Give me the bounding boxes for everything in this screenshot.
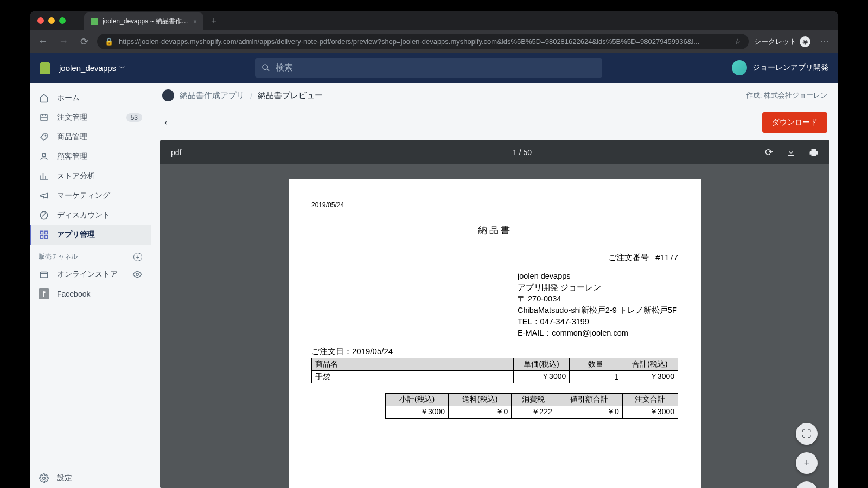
- totals-table: 小計(税込) 送料(税込) 消費税 値引額合計 注文合計 ￥3000 ￥0 ￥2: [385, 393, 678, 419]
- zoom-out-button[interactable]: −: [796, 481, 818, 488]
- window-controls: [30, 11, 73, 30]
- store-icon: [39, 269, 49, 280]
- sidebar-channel-online-store[interactable]: オンラインストア: [30, 265, 151, 284]
- tab-title: joolen_devapps ~ 納品書作成ア: [103, 17, 189, 26]
- download-button[interactable]: ダウンロード: [762, 112, 827, 133]
- sidebar-item-customers[interactable]: 顧客管理: [30, 147, 151, 166]
- main-content: 納品書作成アプリ / 納品書プレビュー 作成: 株式会社ジョーレン ← ダウンロ…: [151, 83, 838, 488]
- incognito-icon: ◉: [800, 36, 810, 47]
- close-tab-icon[interactable]: ×: [193, 18, 197, 25]
- browser-window: joolen_devapps ~ 納品書作成ア × + ← → ⟳ 🔒 http…: [30, 11, 838, 488]
- orders-icon: [39, 112, 49, 123]
- svg-rect-10: [40, 272, 48, 278]
- svg-point-3: [45, 135, 46, 136]
- svg-point-0: [263, 65, 267, 69]
- order-date: ご注文日：2019/05/24: [311, 346, 678, 357]
- orders-badge: 53: [126, 113, 142, 122]
- store-switcher[interactable]: joolen_devapps ﹀: [59, 63, 125, 73]
- sidebar-item-apps[interactable]: アプリ管理: [30, 225, 151, 245]
- home-icon: [39, 93, 49, 104]
- svg-point-4: [42, 153, 46, 157]
- url-text: https://joolen-devapps.myshopify.com/adm…: [119, 37, 729, 46]
- breadcrumb: 納品書作成アプリ / 納品書プレビュー 作成: 株式会社ジョーレン: [151, 83, 838, 108]
- sidebar-item-marketing[interactable]: マーケティング: [30, 186, 151, 206]
- new-tab-button[interactable]: +: [206, 14, 222, 29]
- search-placeholder: 検索: [276, 62, 293, 74]
- doc-order-number: ご注文番号 #1177: [311, 253, 678, 263]
- svg-rect-7: [45, 231, 48, 234]
- bookmark-icon[interactable]: ☆: [735, 37, 741, 46]
- tag-icon: [39, 132, 49, 143]
- channels-header: 販売チャネル +: [30, 245, 151, 265]
- pdf-title: pdf: [171, 148, 279, 157]
- avatar-icon: [732, 60, 747, 75]
- pdf-canvas[interactable]: 2019/05/24 納品書 ご注文番号 #1177 joolen devapp…: [160, 164, 829, 488]
- address-bar: ← → ⟳ 🔒 https://joolen-devapps.myshopify…: [30, 30, 838, 53]
- browser-menu-icon[interactable]: ⋮: [816, 37, 833, 46]
- search-input[interactable]: 検索: [255, 58, 602, 78]
- pdf-zoom-controls: ⛶ + −: [796, 423, 818, 487]
- sidebar-settings[interactable]: 設定: [30, 468, 151, 488]
- app-icon: [162, 89, 174, 101]
- megaphone-icon: [39, 190, 49, 201]
- svg-rect-6: [40, 231, 43, 234]
- print-icon[interactable]: [809, 147, 819, 157]
- doc-date-top: 2019/05/24: [311, 201, 678, 209]
- search-icon: [261, 63, 270, 72]
- sidebar-item-home[interactable]: ホーム: [30, 88, 151, 108]
- close-window-icon[interactable]: [37, 17, 44, 24]
- add-channel-button[interactable]: +: [133, 253, 142, 261]
- svg-rect-8: [40, 236, 43, 239]
- company-block: joolen devapps アプリ開発 ジョーレン 〒 270-0034 Ch…: [518, 271, 678, 339]
- table-row: 手袋 ￥3000 1 ￥3000: [312, 371, 678, 383]
- pdf-viewer: pdf 1 / 50 ⟳ 2019/05/24 納品書: [160, 140, 829, 488]
- browser-tab[interactable]: joolen_devapps ~ 納品書作成ア ×: [84, 12, 203, 30]
- download-icon[interactable]: [786, 147, 796, 157]
- svg-point-12: [43, 477, 46, 480]
- svg-point-11: [136, 273, 139, 276]
- shopify-logo-icon: [40, 62, 50, 74]
- maximize-window-icon[interactable]: [59, 17, 66, 24]
- table-header-row: 商品名 単価(税込) 数量 合計(税込): [312, 358, 678, 371]
- crumb-app[interactable]: 納品書作成アプリ: [180, 91, 245, 101]
- apps-icon: [39, 229, 49, 240]
- doc-title: 納品書: [311, 224, 678, 236]
- table-row: ￥3000 ￥0 ￥222 ￥0 ￥3000: [386, 406, 678, 419]
- analytics-icon: [39, 171, 49, 182]
- action-bar: ← ダウンロード: [151, 108, 838, 140]
- back-button[interactable]: ←: [35, 34, 50, 49]
- lock-icon: 🔒: [105, 37, 113, 46]
- user-icon: [39, 151, 49, 162]
- minimize-window-icon[interactable]: [48, 17, 55, 24]
- zoom-in-button[interactable]: +: [796, 452, 818, 474]
- rotate-icon[interactable]: ⟳: [765, 146, 773, 158]
- admin-topbar: joolen_devapps ﹀ 検索 ジョーレンアプリ開発: [30, 53, 838, 83]
- shopify-admin: joolen_devapps ﹀ 検索 ジョーレンアプリ開発: [30, 53, 838, 488]
- crumb-page: 納品書プレビュー: [258, 91, 323, 101]
- admin-sidebar: ホーム 注文管理 53 商品管理 顧客管理 ストア分析: [30, 83, 151, 488]
- forward-button[interactable]: →: [56, 34, 71, 49]
- url-input[interactable]: 🔒 https://joolen-devapps.myshopify.com/a…: [97, 34, 749, 49]
- items-table: 商品名 単価(税込) 数量 合計(税込) 手袋 ￥3000 1 ￥3000: [311, 358, 678, 383]
- sidebar-channel-facebook[interactable]: f Facebook: [30, 284, 151, 304]
- sidebar-item-orders[interactable]: 注文管理 53: [30, 108, 151, 127]
- sidebar-item-discounts[interactable]: ディスカウント: [30, 206, 151, 225]
- sidebar-item-products[interactable]: 商品管理: [30, 127, 151, 147]
- pdf-page: 2019/05/24 納品書 ご注文番号 #1177 joolen devapp…: [289, 179, 701, 488]
- gear-icon: [39, 473, 49, 484]
- sidebar-item-analytics[interactable]: ストア分析: [30, 166, 151, 186]
- reload-button[interactable]: ⟳: [76, 34, 92, 49]
- incognito-indicator: シークレット ◉: [754, 36, 810, 47]
- eye-icon[interactable]: [132, 269, 142, 279]
- pdf-page-indicator: 1 / 50: [279, 148, 765, 157]
- svg-line-1: [267, 69, 269, 71]
- table-header-row: 小計(税込) 送料(税込) 消費税 値引額合計 注文合計: [386, 394, 678, 406]
- user-menu[interactable]: ジョーレンアプリ開発: [732, 60, 828, 75]
- svg-rect-9: [45, 236, 48, 239]
- discount-icon: [39, 210, 49, 221]
- favicon-icon: [91, 18, 98, 25]
- pdf-toolbar: pdf 1 / 50 ⟳: [160, 140, 829, 164]
- fit-page-button[interactable]: ⛶: [796, 423, 818, 445]
- made-by-label: 作成: 株式会社ジョーレン: [746, 91, 827, 100]
- back-arrow-button[interactable]: ←: [162, 115, 174, 130]
